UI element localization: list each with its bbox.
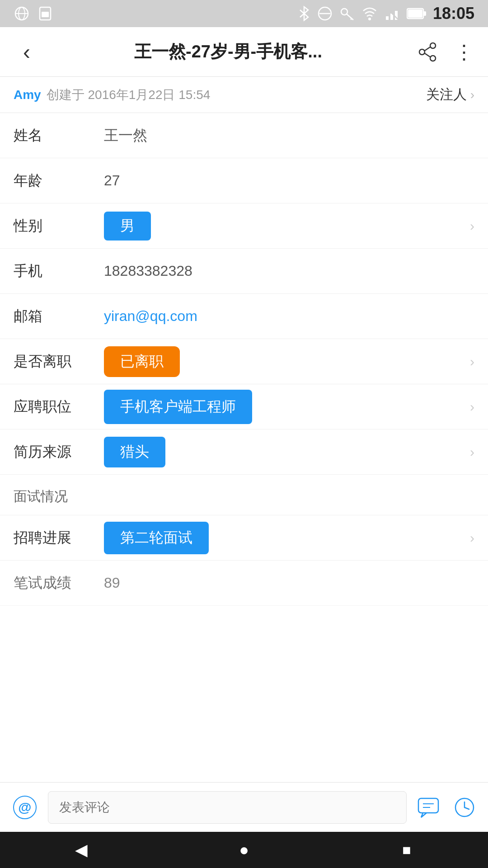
label-gender: 性别 [14, 216, 104, 236]
source-badge[interactable]: 猎头 [104, 437, 165, 467]
value-name: 王一然 [104, 126, 474, 146]
name-text: 王一然 [104, 126, 147, 146]
source-arrow-icon: › [470, 444, 474, 460]
svg-point-7 [341, 9, 347, 15]
field-row-phone: 手机 18283382328 [0, 249, 488, 294]
back-arrow-icon: ‹ [23, 41, 30, 63]
bottom-input-bar: @ [0, 782, 488, 832]
interview-section-header: 面试情况 [0, 475, 488, 515]
follow-label: 关注人 [426, 85, 467, 104]
field-row-recruit-progress[interactable]: 招聘进展 第二轮面试 › [0, 515, 488, 561]
android-nav-bar: ◀ ● ■ [0, 832, 488, 868]
svg-rect-11 [386, 16, 389, 20]
field-row-email: 邮箱 yiran@qq.com [0, 294, 488, 339]
block-icon [317, 6, 333, 21]
android-home-icon: ● [239, 840, 249, 859]
position-badge[interactable]: 手机客户端工程师 [104, 390, 252, 424]
value-age: 27 [104, 172, 474, 189]
label-name: 姓名 [14, 126, 104, 146]
follow-button[interactable]: 关注人 › [426, 85, 474, 104]
at-symbol: @ [18, 800, 31, 815]
field-row-gender[interactable]: 性别 男 › [0, 203, 488, 249]
android-back-button[interactable]: ◀ [63, 832, 99, 868]
svg-rect-23 [418, 798, 438, 813]
value-recruit-progress: 第二轮面试 [104, 522, 470, 554]
content-area: 姓名 王一然 年龄 27 性别 男 › 手机 18283382328 邮箱 yi… [0, 113, 488, 782]
more-button[interactable]: ⋮ [450, 38, 477, 66]
svg-point-18 [430, 43, 436, 48]
email-link[interactable]: yiran@qq.com [104, 308, 197, 325]
comment-icon-button[interactable] [414, 793, 443, 822]
wifi-icon [361, 5, 378, 22]
value-gender: 男 [104, 212, 470, 241]
label-email: 邮箱 [14, 307, 104, 326]
page-title: 王一然-27岁-男-手机客... [42, 40, 414, 63]
label-recruit-progress: 招聘进展 [14, 528, 104, 548]
svg-line-8 [347, 14, 353, 20]
status-bar-left-icons [14, 5, 53, 22]
svg-point-10 [368, 18, 371, 20]
label-position: 应聘职位 [14, 397, 104, 417]
at-button[interactable]: @ [9, 792, 41, 823]
clock-icon-button[interactable] [450, 793, 479, 822]
value-exam-score: 89 [104, 575, 474, 591]
field-row-exam-score: 笔试成绩 89 [0, 561, 488, 606]
label-resigned: 是否离职 [14, 352, 104, 372]
no-signal-icon [384, 5, 400, 22]
label-phone: 手机 [14, 261, 104, 281]
comment-input[interactable] [48, 791, 407, 824]
value-email: yiran@qq.com [104, 308, 474, 325]
position-arrow-icon: › [470, 399, 474, 415]
creator-info: Amy 创建于 2016年1月22日 15:54 [14, 86, 210, 104]
share-icon [418, 42, 437, 62]
svg-point-19 [430, 56, 436, 61]
label-age: 年龄 [14, 171, 104, 191]
status-bar-right-icons: 18:05 [297, 4, 474, 23]
android-recents-icon: ■ [402, 842, 411, 859]
resigned-arrow-icon: › [470, 354, 474, 369]
globe-icon [14, 5, 30, 22]
svg-rect-16 [423, 11, 426, 16]
label-exam-score: 笔试成绩 [14, 573, 104, 593]
value-position: 手机客户端工程师 [104, 390, 470, 424]
field-row-resigned[interactable]: 是否离职 已离职 › [0, 339, 488, 384]
interview-section-label: 面试情况 [14, 489, 68, 504]
battery-icon [407, 6, 427, 21]
share-button[interactable] [414, 38, 441, 66]
follow-arrow-icon: › [470, 88, 474, 102]
top-navigation: ‹ 王一然-27岁-男-手机客... ⋮ [0, 27, 488, 77]
svg-rect-17 [408, 9, 422, 18]
status-bar: 18:05 [0, 0, 488, 27]
field-row-name: 姓名 王一然 [0, 113, 488, 158]
created-text: 创建于 2016年1月22日 15:54 [47, 86, 211, 104]
android-recents-button[interactable]: ■ [389, 832, 425, 868]
value-phone: 18283382328 [104, 263, 474, 279]
comment-icon [417, 796, 440, 819]
phone-text: 18283382328 [104, 263, 192, 279]
sim-icon [37, 5, 53, 22]
android-home-button[interactable]: ● [226, 832, 262, 868]
recruit-progress-arrow-icon: › [470, 530, 474, 546]
field-row-age: 年龄 27 [0, 158, 488, 203]
svg-rect-4 [42, 12, 49, 17]
bluetooth-icon [297, 5, 311, 22]
gender-badge[interactable]: 男 [104, 212, 151, 241]
field-row-source[interactable]: 简历来源 猎头 › [0, 429, 488, 475]
clock-icon [453, 796, 476, 819]
nav-actions: ⋮ [414, 38, 477, 66]
creator-bar: Amy 创建于 2016年1月22日 15:54 关注人 › [0, 77, 488, 113]
back-button[interactable]: ‹ [11, 36, 42, 68]
status-time: 18:05 [433, 4, 474, 23]
svg-line-28 [465, 807, 469, 809]
age-text: 27 [104, 172, 120, 189]
field-row-position[interactable]: 应聘职位 手机客户端工程师 › [0, 384, 488, 429]
svg-line-22 [425, 53, 430, 57]
key-icon [339, 5, 355, 22]
resigned-badge[interactable]: 已离职 [104, 346, 180, 377]
creator-name[interactable]: Amy [14, 88, 41, 102]
recruit-progress-badge[interactable]: 第二轮面试 [104, 522, 209, 554]
value-resigned: 已离职 [104, 346, 470, 377]
more-icon: ⋮ [454, 40, 473, 63]
at-icon: @ [13, 796, 37, 819]
value-source: 猎头 [104, 437, 470, 467]
